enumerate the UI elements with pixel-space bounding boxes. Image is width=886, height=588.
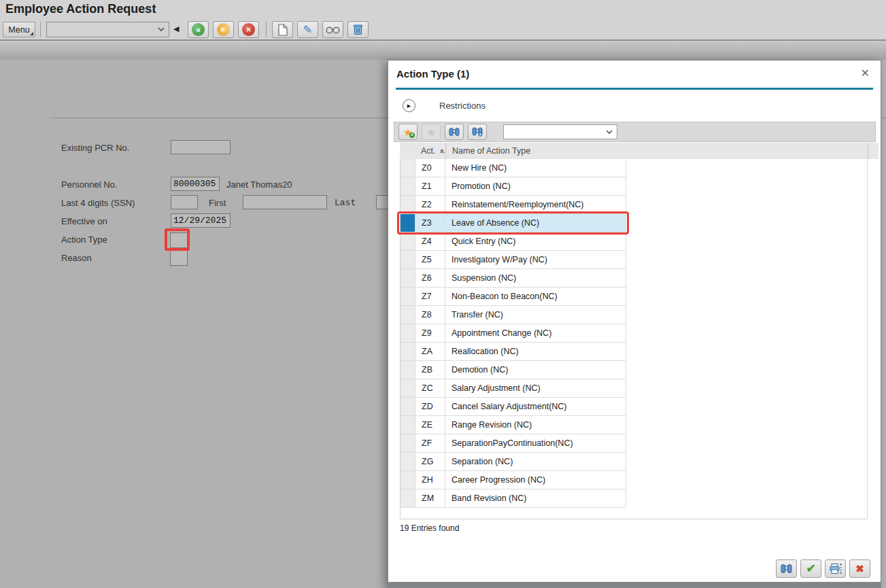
row-select-cell[interactable] bbox=[401, 232, 415, 250]
row-select-cell[interactable] bbox=[401, 361, 415, 379]
dialog-title: Action Type (1) bbox=[396, 68, 469, 80]
annotation-action-type-field bbox=[165, 228, 190, 251]
menu-corner-icon bbox=[30, 32, 33, 35]
row-select-cell[interactable] bbox=[401, 269, 415, 287]
dialog-find-button[interactable] bbox=[776, 559, 797, 578]
find-icon bbox=[781, 564, 792, 574]
table-row[interactable]: Z5Investigatory W/Pay (NC) bbox=[401, 251, 626, 269]
row-name-value: Salary Adjustment (NC) bbox=[445, 379, 626, 397]
row-select-cell[interactable] bbox=[401, 471, 415, 489]
dialog-table: Act. Name of Action Type Z0New Hire (NC)… bbox=[400, 143, 879, 519]
row-select-cell[interactable] bbox=[401, 324, 415, 342]
row-name-value: Appointment Change (NC) bbox=[445, 324, 626, 342]
row-act-value: ZH bbox=[415, 471, 445, 489]
table-row[interactable]: Z4Quick Entry (NC) bbox=[401, 232, 626, 251]
collapse-icon[interactable]: ◀ bbox=[173, 24, 179, 33]
table-row[interactable]: Z9Appointment Change (NC) bbox=[401, 324, 626, 343]
back-icon: « bbox=[192, 23, 205, 36]
dialog-cancel-button[interactable]: ✖ bbox=[849, 559, 870, 578]
existing-pcr-input[interactable] bbox=[171, 140, 231, 154]
table-row[interactable]: Z2Reinstatement/Reemployment(NC) bbox=[401, 196, 626, 214]
ssn-input[interactable] bbox=[171, 195, 198, 209]
header-act-label: Act. bbox=[421, 146, 436, 156]
row-select-cell[interactable] bbox=[401, 379, 415, 397]
screen-header: Employee Action Request Menu ◀ « « ✕ ✎ bbox=[0, 0, 886, 39]
row-select-cell[interactable] bbox=[401, 177, 415, 195]
menu-button[interactable]: Menu bbox=[3, 22, 35, 37]
row-act-value: ZE bbox=[415, 416, 445, 434]
accept-button[interactable]: ✔ bbox=[800, 559, 821, 578]
row-select-cell[interactable] bbox=[401, 159, 415, 177]
exit-button[interactable]: « bbox=[213, 21, 234, 38]
edit-button[interactable]: ✎ bbox=[297, 21, 318, 38]
row-name-value: Quick Entry (NC) bbox=[445, 232, 626, 250]
table-row[interactable]: ZERange Revision (NC) bbox=[401, 416, 626, 434]
close-icon[interactable]: ✕ bbox=[861, 67, 870, 80]
personnel-no-label: Personnel No. bbox=[61, 179, 117, 190]
table-row[interactable]: ZAReallocation (NC) bbox=[401, 343, 626, 361]
delete-button[interactable] bbox=[347, 21, 369, 38]
effective-on-input[interactable]: 12/29/2025 bbox=[171, 213, 231, 228]
chevron-down-icon bbox=[158, 27, 165, 32]
row-name-value: Suspension (NC) bbox=[445, 269, 626, 287]
find-icon bbox=[449, 127, 460, 137]
row-name-value: Transfer (NC) bbox=[445, 306, 626, 324]
row-select-cell[interactable] bbox=[401, 251, 415, 269]
dialog-bottom-bar bbox=[388, 582, 881, 587]
row-select-cell[interactable] bbox=[401, 398, 415, 415]
row-select-cell[interactable] bbox=[401, 306, 415, 324]
row-select-cell[interactable] bbox=[401, 214, 415, 232]
toolbar-divider bbox=[266, 22, 267, 37]
row-select-cell[interactable] bbox=[401, 434, 415, 452]
first-name-input[interactable] bbox=[243, 195, 327, 209]
dialog-title-rule bbox=[396, 88, 873, 90]
table-row[interactable]: ZFSeparationPayContinuation(NC) bbox=[401, 434, 626, 453]
print-button[interactable] bbox=[825, 559, 846, 578]
row-act-value: Z1 bbox=[415, 177, 445, 195]
insert-favorite-button[interactable]: ★ + bbox=[398, 124, 418, 140]
row-select-cell[interactable] bbox=[401, 416, 415, 434]
toolbar-divider bbox=[40, 22, 41, 37]
back-button[interactable]: « bbox=[188, 21, 209, 38]
header-act[interactable]: Act. bbox=[415, 143, 445, 159]
table-row[interactable]: Z1Promotion (NC) bbox=[401, 177, 626, 196]
table-row[interactable]: Z8Transfer (NC) bbox=[401, 306, 626, 324]
header-name[interactable]: Name of Action Type bbox=[445, 143, 868, 159]
create-button[interactable] bbox=[272, 21, 293, 38]
cancel-icon: ✖ bbox=[855, 564, 864, 574]
page-title: Employee Action Request bbox=[5, 2, 156, 16]
expand-restrictions-button[interactable]: ▶ bbox=[403, 99, 415, 112]
row-act-value: Z0 bbox=[415, 159, 445, 177]
effective-on-label: Effective on bbox=[61, 216, 107, 226]
table-row[interactable]: ZDCancel Salary Adjustment(NC) bbox=[401, 398, 626, 416]
table-row[interactable]: Z7Non-Beacon to Beacon(NC) bbox=[401, 288, 626, 306]
row-select-cell[interactable] bbox=[401, 489, 415, 507]
cancel-button[interactable]: ✕ bbox=[238, 21, 259, 38]
menu-button-label: Menu bbox=[8, 25, 29, 35]
row-select-cell[interactable] bbox=[401, 343, 415, 360]
row-name-value: Investigatory W/Pay (NC) bbox=[445, 251, 626, 269]
row-select-cell[interactable] bbox=[401, 196, 415, 213]
row-act-value: Z8 bbox=[415, 306, 445, 324]
row-select-cell[interactable] bbox=[401, 288, 415, 305]
row-name-value: Demotion (NC) bbox=[445, 361, 626, 379]
find-next-button[interactable] bbox=[468, 124, 487, 140]
table-row[interactable]: Z0New Hire (NC) bbox=[401, 159, 626, 177]
command-field[interactable] bbox=[46, 22, 169, 37]
personnel-no-input[interactable]: 80000305 bbox=[171, 177, 220, 191]
find-button[interactable] bbox=[445, 124, 464, 140]
row-select-cell[interactable] bbox=[401, 453, 415, 470]
reason-input[interactable] bbox=[170, 250, 188, 266]
table-row[interactable]: Z3Leave of Absence (NC) bbox=[401, 214, 626, 232]
row-act-value: Z3 bbox=[415, 214, 445, 232]
table-row[interactable]: ZBDemotion (NC) bbox=[401, 361, 626, 379]
table-row[interactable]: ZMBand Revision (NC) bbox=[401, 489, 626, 508]
table-row[interactable]: Z6Suspension (NC) bbox=[401, 269, 626, 288]
create-icon bbox=[277, 24, 288, 36]
row-name-value: Reinstatement/Reemployment(NC) bbox=[445, 196, 626, 213]
table-row[interactable]: ZHCareer Progression (NC) bbox=[401, 471, 626, 489]
display-button[interactable] bbox=[322, 21, 343, 38]
table-row[interactable]: ZGSeparation (NC) bbox=[401, 453, 626, 471]
table-row[interactable]: ZCSalary Adjustment (NC) bbox=[401, 379, 626, 398]
dialog-filter-combobox[interactable] bbox=[503, 124, 617, 139]
